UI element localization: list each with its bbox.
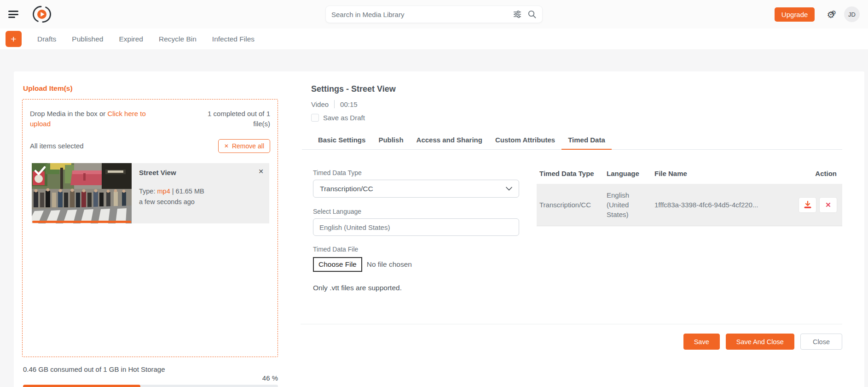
remove-all-button[interactable]: ✕ Remove all — [218, 139, 270, 153]
upload-title: Upload Item(s) — [23, 84, 278, 93]
timed-data-file-label: Timed Data File — [313, 246, 519, 253]
header-action: Action — [795, 169, 842, 184]
page-body: Upload Item(s) Drop Media in the box or … — [0, 49, 868, 387]
file-info: Street View ✕ Type: mp4 | 61.65 MB a few… — [132, 163, 269, 223]
tab-access-and-sharing[interactable]: Access and Sharing — [410, 132, 489, 150]
media-type: Video — [311, 100, 329, 108]
search-bar — [325, 6, 543, 23]
tab-timed-data[interactable]: Timed Data — [561, 132, 612, 150]
choose-file-button[interactable]: Choose File — [313, 257, 362, 272]
cell-timed-data-type: Transcription/CC — [537, 184, 604, 226]
language-value: English (United States) — [319, 223, 390, 231]
hamburger-menu-icon[interactable] — [8, 11, 18, 18]
settings-footer: Save Save And Close Close — [302, 324, 842, 350]
tab-published[interactable]: Published — [72, 35, 103, 43]
content-card: Upload Item(s) Drop Media in the box or … — [14, 71, 864, 387]
settings-header: Settings - Street View Video 00:15 Save … — [302, 84, 842, 122]
language-field[interactable]: English (United States) — [313, 218, 519, 236]
settings-gears-icon[interactable]: ⚙⚙ — [827, 10, 832, 19]
timed-data-table: Timed Data Type Language File Name Actio… — [537, 169, 842, 226]
cell-language: English (United States) — [604, 184, 652, 226]
close-button[interactable]: Close — [800, 334, 842, 350]
delete-button[interactable]: ✕ — [820, 198, 837, 212]
save-and-close-button[interactable]: Save And Close — [726, 334, 794, 350]
storage-usage: 0.46 GB consumed out of 1 GB in Hot Stor… — [22, 365, 278, 387]
save-button[interactable]: Save — [683, 334, 720, 350]
header-timed-data-type: Timed Data Type — [537, 169, 604, 184]
no-file-chosen-text: No file chosen — [367, 260, 412, 269]
table-header-row: Timed Data Type Language File Name Actio… — [537, 169, 842, 184]
file-type-label: Type: — [139, 188, 155, 195]
file-close-icon[interactable]: ✕ — [258, 168, 264, 175]
uploaded-file-item[interactable]: Street View ✕ Type: mp4 | 61.65 MB a few… — [32, 163, 269, 223]
tab-basic-settings[interactable]: Basic Settings — [312, 132, 372, 150]
drop-instruction-text: Drop Media in the box or — [30, 110, 105, 117]
storage-progress-fill — [23, 385, 140, 387]
timed-data-content: Timed Data Type Transcription/CC Select … — [302, 169, 842, 324]
media-duration: 00:15 — [340, 100, 358, 108]
file-upload-time: a few seconds ago — [139, 198, 263, 205]
timed-data-form: Timed Data Type Transcription/CC Select … — [313, 169, 519, 324]
video-thumbnail[interactable] — [32, 163, 132, 223]
meta-divider — [334, 100, 335, 108]
timed-data-type-value: Transcription/CC — [320, 185, 373, 193]
top-bar: Upgrade ⚙⚙ JD — [0, 0, 868, 29]
download-button[interactable] — [799, 198, 816, 212]
file-input: Choose File No file chosen — [313, 257, 519, 272]
storage-progress-bar — [23, 385, 278, 387]
timed-data-type-select[interactable]: Transcription/CC — [313, 180, 519, 198]
app-logo-icon[interactable] — [32, 5, 52, 24]
drop-instruction: Drop Media in the box or Click here to u… — [30, 109, 168, 129]
header-file-name: File Name — [652, 169, 795, 184]
file-meta-separator: | — [172, 188, 174, 195]
save-as-draft[interactable]: Save as Draft — [311, 114, 842, 122]
tab-publish[interactable]: Publish — [372, 132, 410, 150]
storage-usage-text: 0.46 GB consumed out of 1 GB in Hot Stor… — [23, 365, 278, 373]
file-meta: Type: mp4 | 61.65 MB — [139, 188, 263, 195]
file-name: Street View — [139, 169, 263, 176]
media-dropzone[interactable]: Drop Media in the box or Click here to u… — [22, 99, 278, 357]
tab-expired[interactable]: Expired — [119, 35, 143, 43]
search-input[interactable] — [331, 11, 507, 18]
upgrade-button[interactable]: Upgrade — [775, 7, 815, 22]
add-media-button[interactable]: + — [6, 31, 22, 47]
save-as-draft-checkbox[interactable] — [311, 114, 319, 122]
save-as-draft-label: Save as Draft — [323, 114, 365, 122]
row-actions: ✕ — [798, 198, 839, 212]
selection-row: All items selected ✕ Remove all — [30, 139, 270, 153]
remove-all-label: Remove all — [232, 142, 264, 150]
library-tabs-bar: + Drafts Published Expired Recycle Bin I… — [0, 29, 868, 49]
dropzone-header: Drop Media in the box or Click here to u… — [30, 109, 270, 129]
tab-infected-files[interactable]: Infected Files — [212, 35, 255, 43]
upload-panel: Upload Item(s) Drop Media in the box or … — [22, 84, 278, 387]
download-icon — [804, 201, 812, 209]
topbar-left — [8, 5, 52, 24]
all-items-selected-text: All items selected — [30, 142, 84, 150]
footer-divider — [301, 324, 842, 324]
street-scene-image — [32, 163, 132, 223]
footer-buttons: Save Save And Close Close — [302, 334, 842, 350]
delete-x-icon: ✕ — [825, 201, 831, 209]
storage-percent: 46 % — [23, 374, 278, 382]
upload-progress-text: 1 completed out of 1 file(s) — [192, 109, 270, 129]
topbar-right: Upgrade ⚙⚙ JD — [775, 6, 860, 22]
upload-complete-bar — [32, 221, 131, 223]
cell-file-name: 1fffc83a-3398-4fc6-94d5-4cf220... — [652, 184, 795, 226]
file-type-value: mp4 — [157, 188, 170, 195]
timed-data-table-wrap: Timed Data Type Language File Name Actio… — [537, 169, 842, 324]
search-icon[interactable] — [527, 10, 537, 19]
header-language: Language — [604, 169, 652, 184]
table-row: Transcription/CC English (United States)… — [537, 184, 842, 226]
tab-drafts[interactable]: Drafts — [37, 35, 56, 43]
select-language-label: Select Language — [313, 208, 519, 215]
filter-sliders-icon[interactable] — [513, 10, 522, 19]
file-size: 61.65 MB — [176, 188, 204, 195]
vtt-hint-text: Only .vtt files are supported. — [313, 284, 519, 292]
settings-panel: Settings - Street View Video 00:15 Save … — [302, 84, 864, 387]
tab-recycle-bin[interactable]: Recycle Bin — [159, 35, 197, 43]
settings-tabs: Basic Settings Publish Access and Sharin… — [302, 132, 842, 150]
timed-data-type-label: Timed Data Type — [313, 169, 519, 176]
user-avatar[interactable]: JD — [844, 6, 860, 22]
tab-custom-attributes[interactable]: Custom Attributes — [489, 132, 561, 150]
settings-title: Settings - Street View — [311, 84, 842, 94]
